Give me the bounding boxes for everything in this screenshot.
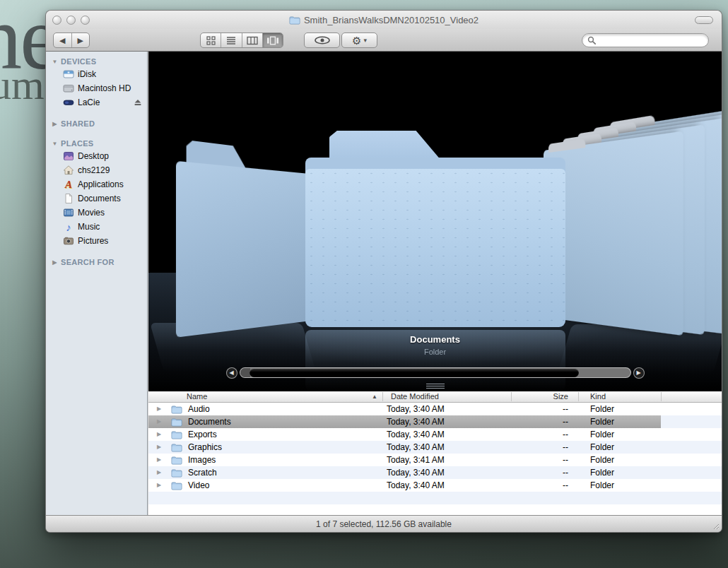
lacie-label: LaCie (78, 97, 100, 107)
view-mode-control (200, 32, 283, 48)
sidebar-section-search-for: ▶ SEARCH FOR (46, 256, 147, 268)
row-kind: Folder (590, 454, 614, 466)
disclosure-triangle-icon[interactable]: ▶ (157, 466, 161, 479)
table-row[interactable]: ▶ Scratch Today, 3:40 AM -- Folder (148, 466, 722, 479)
row-name: Images (188, 454, 216, 466)
gear-icon: ⚙ (352, 35, 361, 46)
disclosure-triangle-icon[interactable]: ▶ (157, 441, 161, 454)
action-menu-button[interactable]: ⚙ ▾ (341, 32, 377, 48)
sidebar-item-documents[interactable]: Documents (46, 191, 147, 206)
table-row[interactable]: ▶ Images Today, 3:41 AM -- Folder (148, 454, 722, 466)
table-row[interactable]: ▶ Audio Today, 3:40 AM -- Folder (148, 403, 722, 415)
empty-row-stripe (148, 504, 722, 515)
sidebar-item-desktop[interactable]: Desktop (46, 149, 147, 163)
row-name: Exports (188, 428, 217, 441)
coverflow-selected-folder[interactable] (305, 131, 565, 327)
sidebar-item-music[interactable]: ♪ Music (46, 220, 147, 234)
row-date-modified: Today, 3:40 AM (387, 415, 445, 428)
coverflow-scroll-track[interactable] (240, 367, 631, 378)
window-title-area: Smith_BriansWalksDMN20102510_Video2 (46, 11, 722, 29)
coverflow-view-button[interactable] (263, 33, 283, 47)
column-header-date-modified[interactable]: Date Modified (391, 391, 439, 402)
coverflow-left-folder[interactable] (176, 138, 317, 338)
home-icon (63, 165, 74, 176)
row-kind: Folder (590, 441, 614, 454)
row-size: -- (511, 466, 568, 479)
disclosure-triangle-icon[interactable]: ▶ (157, 403, 161, 415)
disclosure-triangle-icon[interactable]: ▶ (157, 454, 161, 466)
list-view-button[interactable] (221, 33, 242, 47)
home-label: chs2129 (78, 165, 110, 175)
resize-grip[interactable] (712, 522, 720, 530)
coverflow-scroll-thumb[interactable] (249, 368, 579, 377)
music-note-icon: ♪ (63, 221, 74, 232)
sidebar-section-devices: ▼ DEVICES iDisk Macintosh HD LaCie (46, 56, 147, 110)
eject-icon[interactable] (133, 97, 143, 110)
row-size: -- (511, 415, 568, 428)
column-header-kind[interactable]: Kind (590, 391, 606, 402)
row-name: Scratch (188, 466, 217, 479)
disclosure-triangle-icon[interactable]: ▶ (157, 428, 161, 441)
sidebar-item-home[interactable]: chs2129 (46, 163, 147, 177)
quick-look-button[interactable] (304, 32, 340, 48)
column-divider[interactable] (661, 392, 662, 401)
sidebar-item-lacie[interactable]: LaCie (46, 95, 147, 110)
column-header-name[interactable]: Name (187, 391, 207, 402)
table-row[interactable]: ▶ Video Today, 3:40 AM -- Folder (148, 479, 722, 492)
places-header[interactable]: ▼ PLACES (46, 138, 147, 149)
row-name: Graphics (188, 441, 222, 454)
disclosure-triangle-icon[interactable]: ▶ (52, 121, 58, 127)
row-size: -- (511, 403, 568, 415)
forward-button[interactable]: ▶ (72, 33, 90, 47)
icon-view-button[interactable] (201, 33, 221, 47)
sidebar-item-idisk[interactable]: iDisk (46, 67, 147, 81)
row-kind: Folder (590, 466, 614, 479)
shared-header[interactable]: ▶ SHARED (46, 118, 147, 129)
disclosure-triangle-icon[interactable]: ▼ (52, 59, 58, 65)
folder-body (176, 161, 317, 338)
column-view-button[interactable] (242, 33, 263, 47)
row-size: -- (511, 441, 568, 454)
column-divider[interactable] (382, 392, 383, 401)
applications-icon: A (63, 179, 74, 190)
disclosure-triangle-icon[interactable]: ▶ (157, 479, 161, 492)
table-row[interactable]: ▶ Graphics Today, 3:40 AM -- Folder (148, 441, 722, 454)
sidebar-item-pictures[interactable]: Pictures (46, 234, 147, 248)
column-divider[interactable] (578, 392, 579, 401)
table-row[interactable]: ▶ Exports Today, 3:40 AM -- Folder (148, 428, 722, 441)
search-input[interactable] (582, 33, 709, 47)
disclosure-triangle-icon[interactable]: ▶ (157, 415, 161, 428)
coverflow-scrollbar[interactable]: ◀ ▶ (226, 367, 645, 379)
empty-row-stripe (148, 492, 722, 504)
row-date-modified: Today, 3:40 AM (387, 479, 445, 492)
title-bar[interactable]: Smith_BriansWalksDMN20102510_Video2 (46, 11, 722, 29)
back-button[interactable]: ◀ (54, 33, 72, 47)
disclosure-triangle-icon[interactable]: ▼ (52, 141, 58, 147)
devices-header[interactable]: ▼ DEVICES (46, 56, 147, 67)
applications-label: Applications (78, 179, 124, 189)
coverflow-right-folder-stack[interactable] (544, 128, 705, 343)
coverflow-view[interactable]: Documents Folder ◀ ▶ (148, 52, 722, 391)
idisk-icon (63, 69, 74, 80)
column-divider[interactable] (511, 392, 512, 401)
column-header-size[interactable]: Size (511, 391, 568, 402)
idisk-label: iDisk (78, 69, 96, 79)
content-area: Documents Folder ◀ ▶ Name ▲ Date Modifie… (148, 52, 722, 515)
sidebar-item-macintosh-hd[interactable]: Macintosh HD (46, 81, 147, 95)
sidebar-item-applications[interactable]: A Applications (46, 177, 147, 191)
scroll-left-icon[interactable]: ◀ (226, 367, 237, 379)
sidebar-item-movies[interactable]: Movies (46, 206, 147, 220)
coverflow-caption: Documents Folder (148, 334, 722, 356)
table-row-selected[interactable]: ▶ Documents Today, 3:40 AM -- Folder (148, 415, 722, 428)
search-for-header[interactable]: ▶ SEARCH FOR (46, 256, 147, 268)
scroll-right-icon[interactable]: ▶ (633, 367, 645, 379)
movies-label: Movies (78, 208, 105, 218)
folder-icon (171, 456, 182, 468)
chevron-down-icon: ▾ (363, 37, 367, 44)
disclosure-triangle-icon[interactable]: ▶ (52, 259, 58, 266)
coverflow-resize-handle[interactable] (426, 382, 445, 390)
list-header: Name ▲ Date Modified Size Kind (148, 391, 722, 403)
folder-icon (289, 16, 300, 25)
desktop-label: Desktop (78, 151, 109, 161)
toolbar-toggle-button[interactable] (695, 16, 713, 24)
